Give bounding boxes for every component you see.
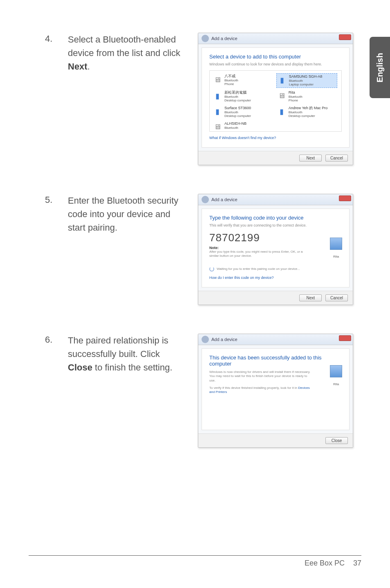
dialog-heading: Type the following code into your device bbox=[209, 215, 342, 221]
help-link[interactable]: What if Windows doesn't find my device? bbox=[209, 136, 342, 140]
close-icon[interactable] bbox=[339, 195, 351, 201]
dialog-footer: Next Cancel bbox=[198, 291, 353, 305]
step-6: 6. The paired relationship is successful… bbox=[45, 334, 361, 448]
next-button[interactable]: Next bbox=[299, 155, 322, 162]
cancel-button[interactable]: Cancel bbox=[325, 155, 348, 162]
step-number: 6. bbox=[45, 334, 56, 346]
device-icon: 🖥 bbox=[213, 121, 222, 133]
language-label: English bbox=[375, 53, 385, 82]
window-title: Add a device bbox=[211, 36, 238, 41]
device-icon: 🖥 bbox=[213, 74, 222, 85]
step-text: Enter the Bluetooth security code into y… bbox=[68, 194, 186, 234]
device-item[interactable]: 🖥 RitaBluetoothPhone bbox=[276, 90, 337, 103]
bluetooth-icon: ▮ bbox=[213, 106, 222, 117]
dialog-subtext: This will verify that you are connecting… bbox=[209, 223, 342, 227]
note-label: Note: bbox=[209, 246, 342, 250]
device-icon bbox=[330, 365, 342, 377]
back-icon[interactable] bbox=[202, 336, 209, 343]
window-title: Add a device bbox=[211, 337, 238, 342]
device-item[interactable]: ▮ Andrew Yeh 的 Mac ProBluetoothDesktop c… bbox=[276, 105, 337, 119]
window-titlebar: Add a device bbox=[198, 334, 353, 345]
close-button[interactable]: Close bbox=[325, 437, 348, 444]
device-thumbnail: Rita bbox=[329, 238, 343, 258]
device-label: Rita bbox=[329, 255, 343, 258]
device-thumbnail: Rita bbox=[329, 365, 343, 386]
bluetooth-icon: ▮ bbox=[278, 74, 287, 86]
step-number: 5. bbox=[45, 194, 56, 206]
page-number: 37 bbox=[353, 559, 361, 567]
window-title: Add a device bbox=[211, 197, 238, 202]
back-icon[interactable] bbox=[202, 35, 209, 42]
step-text: Select a Bluetooth-enabled device from t… bbox=[68, 33, 186, 73]
help-link[interactable]: How do I enter this code on my device? bbox=[209, 276, 342, 280]
next-button[interactable]: Next bbox=[299, 294, 322, 301]
dialog-footer: Close bbox=[198, 433, 353, 447]
dialog-heading: Select a device to add to this computer bbox=[209, 54, 342, 60]
back-icon[interactable] bbox=[202, 196, 209, 203]
screenshot-select-device: Add a device Select a device to add to t… bbox=[198, 33, 353, 165]
bluetooth-icon: ▮ bbox=[213, 90, 222, 102]
device-list: 🖥 八不戒BluetoothPhone ▮ SAMSUNG SGH-A8Blue… bbox=[209, 70, 342, 132]
bluetooth-icon: ▮ bbox=[277, 106, 286, 117]
device-icon: 🖥 bbox=[277, 90, 286, 102]
device-item[interactable]: ▮ Surface ST3600BluetoothDesktop compute… bbox=[212, 105, 273, 119]
cancel-button[interactable]: Cancel bbox=[325, 294, 348, 301]
window-titlebar: Add a device bbox=[198, 33, 353, 44]
waiting-text: Waiting for you to enter this pairing co… bbox=[217, 267, 300, 271]
close-icon[interactable] bbox=[339, 34, 351, 40]
dialog-subtext: Windows will continue to look for new de… bbox=[209, 62, 342, 66]
device-item-selected[interactable]: ▮ SAMSUNG SGH-A8BluetoothLaptop computer bbox=[276, 73, 337, 88]
screenshot-enter-code: Add a device Type the following code int… bbox=[198, 194, 353, 305]
screenshot-success: Add a device This device has been succes… bbox=[198, 334, 353, 448]
device-item[interactable]: 🖥 八不戒BluetoothPhone bbox=[212, 73, 273, 88]
step-number: 4. bbox=[45, 33, 56, 45]
footer-title: Eee Box PC bbox=[305, 559, 345, 567]
pairing-code: 78702199 bbox=[209, 231, 342, 244]
step-4: 4. Select a Bluetooth-enabled device fro… bbox=[45, 33, 361, 165]
note-text: After you type this code, you might need… bbox=[209, 250, 303, 258]
window-titlebar: Add a device bbox=[198, 194, 353, 205]
body-text-2: To verify if this device finished instal… bbox=[209, 386, 298, 390]
dialog-heading: This device has been successfully added … bbox=[209, 355, 342, 367]
device-item[interactable]: ▮ 新松茗的電腦BluetoothDesktop computer bbox=[212, 90, 273, 103]
device-icon bbox=[330, 238, 342, 250]
device-label: Rita bbox=[329, 382, 343, 386]
dialog-footer: Next Cancel bbox=[198, 151, 353, 165]
device-item[interactable]: 🖥 ALHSIEH-NBBluetooth bbox=[212, 121, 273, 134]
page-footer: Eee Box PC 37 bbox=[29, 555, 361, 568]
spinner-icon bbox=[209, 267, 214, 272]
step-5: 5. Enter the Bluetooth security code int… bbox=[45, 194, 361, 305]
step-text: The paired relationship is successfully … bbox=[68, 334, 186, 374]
close-icon[interactable] bbox=[339, 335, 351, 341]
language-tab: English bbox=[370, 37, 390, 98]
body-text: Windows is now checking for drivers and … bbox=[209, 370, 312, 383]
